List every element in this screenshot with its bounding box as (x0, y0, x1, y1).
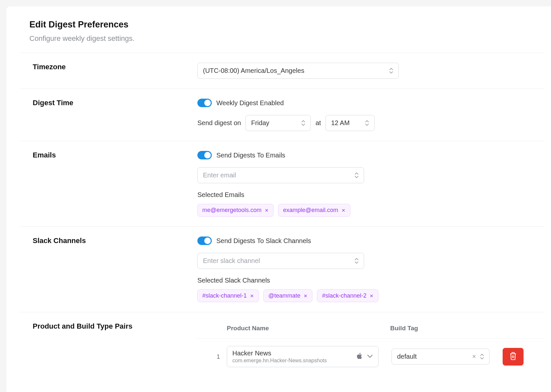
build-tag-value: default (397, 353, 417, 360)
slack-input-combo[interactable] (197, 253, 364, 269)
page-title: Edit Digest Preferences (29, 20, 544, 30)
email-chip: me@emergetools.com ✕ (197, 204, 274, 217)
delete-row-button[interactable] (503, 348, 524, 366)
weekly-digest-toggle-label: Weekly Digest Enabled (216, 99, 284, 107)
timezone-value: (UTC-08:00) America/Los_Angeles (203, 67, 304, 74)
slack-chip: #slack-channel-1 ✕ (197, 289, 259, 302)
stepper-icon (301, 120, 305, 126)
selected-slack-label: Selected Slack Channels (197, 277, 544, 284)
row-number: 1 (210, 353, 227, 360)
product-row: 1 Hacker News com.emerge.hn.Hacker-News.… (197, 338, 544, 374)
email-input-combo[interactable] (197, 167, 364, 183)
slack-chip-text: #slack-channel-1 (202, 292, 247, 299)
clear-icon[interactable]: ✕ (472, 353, 476, 360)
slack-toggle[interactable] (197, 237, 212, 245)
timezone-label: Timezone (33, 63, 197, 79)
product-id: com.emerge.hn.Hacker-News.snapshots (232, 358, 327, 364)
slack-label: Slack Channels (33, 237, 197, 302)
selected-emails-label: Selected Emails (197, 191, 544, 199)
slack-chip-text: @teammate (268, 292, 300, 299)
stepper-icon (480, 354, 484, 359)
apple-icon (356, 352, 362, 361)
slack-chip: @teammate ✕ (263, 289, 312, 302)
email-chip-text: me@emergetools.com (202, 207, 261, 214)
email-input[interactable] (203, 172, 355, 179)
page-subtitle: Configure weekly digest settings. (29, 34, 544, 43)
stepper-icon (355, 258, 359, 264)
trash-icon (509, 352, 517, 362)
digest-day-select[interactable]: Friday (245, 115, 311, 131)
emails-label: Emails (33, 151, 197, 217)
build-tag-select[interactable]: default ✕ (392, 349, 490, 365)
send-digest-prefix: Send digest on (197, 119, 241, 127)
email-chip: example@email.com ✕ (278, 204, 350, 217)
email-chip-text: example@email.com (283, 207, 338, 214)
digest-hour-select[interactable]: 12 AM (326, 115, 375, 131)
remove-icon[interactable]: ✕ (370, 293, 374, 299)
digest-day-value: Friday (251, 119, 269, 127)
build-header: Build Tag (390, 325, 418, 332)
emails-toggle-label: Send Digests To Emails (216, 152, 285, 159)
product-name: Hacker News (232, 350, 327, 357)
products-label: Product and Build Type Pairs (33, 322, 197, 374)
digest-hour-value: 12 AM (331, 119, 350, 127)
weekly-digest-toggle[interactable] (197, 99, 212, 107)
product-select[interactable]: Hacker News com.emerge.hn.Hacker-News.sn… (227, 346, 378, 367)
slack-input[interactable] (203, 257, 355, 265)
product-header: Product Name (227, 325, 390, 332)
at-label: at (315, 119, 321, 127)
chevron-down-icon (367, 354, 373, 360)
stepper-icon (389, 68, 393, 74)
remove-icon[interactable]: ✕ (304, 293, 308, 299)
digest-time-label: Digest Time (33, 99, 197, 131)
emails-toggle[interactable] (197, 151, 212, 159)
stepper-icon (355, 172, 359, 178)
remove-icon[interactable]: ✕ (342, 208, 345, 213)
remove-icon[interactable]: ✕ (250, 293, 254, 299)
slack-chip-text: #slack-channel-2 (322, 292, 366, 299)
stepper-icon (365, 120, 369, 126)
slack-toggle-label: Send Digests To Slack Channels (216, 237, 311, 245)
remove-icon[interactable]: ✕ (265, 208, 269, 213)
timezone-select[interactable]: (UTC-08:00) America/Los_Angeles (197, 63, 399, 79)
slack-chip: #slack-channel-2 ✕ (317, 289, 378, 302)
